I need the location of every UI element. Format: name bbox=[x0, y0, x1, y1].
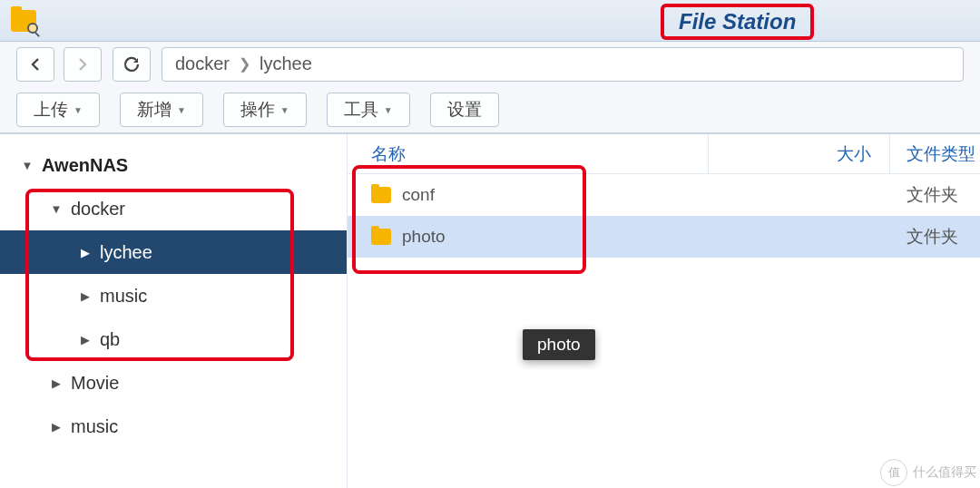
caret-right-icon: ▶ bbox=[49, 376, 64, 390]
action-button[interactable]: 操作▼ bbox=[223, 93, 307, 127]
watermark-text: 什么值得买 bbox=[913, 464, 976, 481]
caret-down-icon: ▼ bbox=[384, 105, 393, 115]
file-row[interactable]: conf 文件夹 bbox=[348, 174, 980, 216]
refresh-icon bbox=[122, 55, 141, 73]
upload-button[interactable]: 上传▼ bbox=[16, 93, 100, 127]
watermark-badge: 值 bbox=[880, 459, 907, 486]
chevron-right-icon: ❯ bbox=[239, 55, 250, 73]
column-header-name[interactable]: 名称 bbox=[348, 134, 709, 173]
settings-button[interactable]: 设置 bbox=[430, 93, 499, 127]
tooltip: photo bbox=[523, 329, 595, 360]
column-header-size[interactable]: 大小 bbox=[709, 134, 890, 173]
tree-item-lychee[interactable]: ▶ lychee bbox=[0, 230, 347, 274]
watermark: 值 什么值得买 bbox=[880, 459, 976, 486]
caret-down-icon: ▼ bbox=[177, 105, 186, 115]
refresh-button[interactable] bbox=[113, 47, 151, 82]
caret-right-icon: ▶ bbox=[78, 289, 93, 303]
file-type: 文件夹 bbox=[890, 216, 980, 258]
folder-icon bbox=[371, 229, 391, 245]
breadcrumb-segment[interactable]: lychee bbox=[260, 54, 312, 74]
tree-item-qb[interactable]: ▶ qb bbox=[0, 317, 347, 361]
caret-right-icon: ▶ bbox=[78, 246, 93, 259]
file-name: photo bbox=[402, 227, 446, 247]
title-bar: File Station bbox=[0, 0, 980, 42]
forward-button[interactable] bbox=[64, 47, 102, 82]
caret-down-icon: ▼ bbox=[49, 202, 64, 216]
caret-down-icon: ▼ bbox=[74, 105, 83, 115]
navigation-bar: docker ❯ lychee bbox=[0, 42, 980, 87]
action-toolbar: 上传▼ 新增▼ 操作▼ 工具▼ 设置 bbox=[0, 87, 980, 134]
file-name: conf bbox=[402, 185, 435, 205]
main-pane: ▼ AwenNAS ▼ docker ▶ lychee ▶ music ▶ qb… bbox=[0, 134, 980, 488]
file-type: 文件夹 bbox=[890, 174, 980, 216]
tools-button[interactable]: 工具▼ bbox=[327, 93, 410, 127]
breadcrumb-segment[interactable]: docker bbox=[175, 54, 230, 74]
tree-item-movie[interactable]: ▶ Movie bbox=[0, 361, 347, 405]
chevron-right-icon bbox=[77, 57, 88, 72]
back-button[interactable] bbox=[16, 47, 54, 82]
chevron-left-icon bbox=[30, 57, 41, 72]
breadcrumb[interactable]: docker ❯ lychee bbox=[162, 47, 964, 82]
app-icon bbox=[11, 10, 36, 32]
column-header-row: 名称 大小 文件类型 bbox=[348, 134, 980, 174]
caret-down-icon: ▼ bbox=[20, 159, 34, 172]
caret-down-icon: ▼ bbox=[280, 105, 289, 115]
file-list-pane: 名称 大小 文件类型 conf 文件夹 photo 文件夹 bbox=[347, 134, 980, 488]
tree-item-docker[interactable]: ▼ docker bbox=[0, 187, 347, 230]
caret-right-icon: ▶ bbox=[78, 333, 93, 346]
app-title: File Station bbox=[661, 4, 814, 40]
caret-right-icon: ▶ bbox=[49, 420, 64, 434]
folder-icon bbox=[371, 187, 391, 203]
file-row[interactable]: photo 文件夹 bbox=[348, 216, 980, 258]
tree-root[interactable]: ▼ AwenNAS bbox=[0, 143, 347, 187]
folder-tree-sidebar: ▼ AwenNAS ▼ docker ▶ lychee ▶ music ▶ qb… bbox=[0, 134, 347, 488]
column-header-type[interactable]: 文件类型 bbox=[890, 134, 980, 173]
new-button[interactable]: 新增▼ bbox=[120, 93, 203, 127]
tree-item-music[interactable]: ▶ music bbox=[0, 274, 347, 317]
tree-item-music-root[interactable]: ▶ music bbox=[0, 405, 347, 448]
